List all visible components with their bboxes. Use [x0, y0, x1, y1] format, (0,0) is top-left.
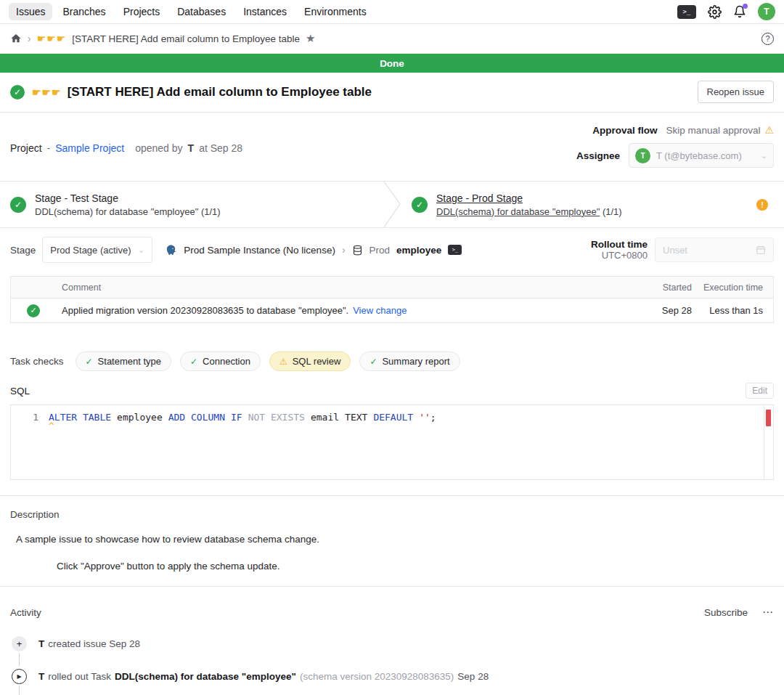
nav-tab-issues[interactable]: Issues	[9, 3, 52, 20]
notification-dot	[743, 4, 748, 9]
sql-code-line: 1 ALTER TABLEemployeeADD COLUMNIFNOT EXI…	[11, 405, 773, 423]
settings-gear-icon[interactable]	[708, 5, 722, 19]
check-warning-icon: ⚠	[279, 357, 287, 367]
db-environment: Prod	[369, 245, 391, 256]
meta-right: Approval flow Skip manual approval ⚠ Ass…	[576, 124, 774, 168]
db-name[interactable]: employee	[396, 245, 441, 256]
opened-date: at Sep 28	[199, 142, 242, 154]
notifications-bell-icon[interactable]	[733, 5, 746, 18]
stage-card-test[interactable]: ✓ Stage - Test Stage DDL(schema) for dat…	[0, 182, 383, 227]
calendar-icon	[756, 245, 766, 255]
project-line: Project - Sample Project opened by T at …	[10, 124, 242, 168]
top-nav: Issues Branches Projects Databases Insta…	[0, 0, 784, 24]
postgres-icon	[165, 244, 177, 256]
star-icon[interactable]: ★	[306, 32, 315, 45]
check-badge-statement-type[interactable]: ✓ Statement type	[75, 351, 172, 371]
project-label: Project	[10, 142, 42, 154]
activity-actor: T	[38, 638, 44, 649]
activity-section: Activity Subscribe ⋯ + T created issue S…	[0, 587, 784, 695]
description-section: Description A sample issue to showcase h…	[0, 496, 784, 572]
editor-scrollbar[interactable]	[764, 405, 773, 479]
assignee-avatar: T	[635, 148, 650, 163]
stage-card-prod[interactable]: ✓ Stage - Prod Stage DDL(schema) for dat…	[401, 182, 784, 227]
nav-tab-projects[interactable]: Projects	[116, 3, 168, 20]
description-line: Click "Approve" button to apply the sche…	[57, 561, 774, 572]
assignee-select[interactable]: T T (t@bytebase.com) ⌄	[629, 143, 774, 168]
rollout-time-input[interactable]	[663, 245, 756, 256]
activity-title: Activity	[10, 607, 41, 618]
stage-subtitle: DDL(schema) for database "employee" (1/1…	[35, 206, 221, 217]
help-icon[interactable]: ?	[761, 33, 774, 45]
task-execution-time: Less than 1s	[692, 305, 773, 316]
project-link[interactable]: Sample Project	[55, 142, 124, 154]
sql-warning-caret: ^	[49, 423, 773, 430]
task-comment: Applied migration version 20230928083635…	[62, 305, 634, 316]
sql-editor-icon[interactable]: >_	[677, 5, 696, 19]
pointer-emojis: ☛☛☛	[37, 33, 67, 44]
chevron-right-icon: ›	[28, 33, 31, 44]
stage-title[interactable]: Stage - Prod Stage	[436, 192, 622, 204]
activity-date: Sep 28	[457, 671, 489, 682]
task-checks-label: Task checks	[10, 356, 64, 367]
issue-header: ✓ ☛☛☛ [START HERE] Add email column to E…	[0, 73, 784, 113]
stage-select[interactable]: Prod Stage (active) ⌄	[42, 237, 152, 263]
breadcrumb: › ☛☛☛ [START HERE] Add email column to E…	[0, 24, 784, 54]
reopen-issue-button[interactable]: Reopen issue	[698, 81, 775, 103]
activity-actor: T	[38, 671, 44, 682]
nav-tab-databases[interactable]: Databases	[170, 3, 233, 20]
activity-item-rollout: ▶ T rolled out Task DDL(schema) for data…	[10, 669, 774, 684]
activity-meta: (schema version 20230928083635)	[300, 671, 454, 682]
col-comment: Comment	[62, 283, 634, 293]
approval-flow-row: Approval flow Skip manual approval ⚠	[576, 124, 774, 136]
issue-title: ☛☛☛ [START HERE] Add email column to Emp…	[32, 85, 372, 99]
avatar[interactable]: T	[758, 3, 775, 20]
subscribe-button[interactable]: Subscribe	[704, 607, 748, 618]
stage-bar: Stage Prod Stage (active) ⌄ Prod Sample …	[0, 228, 784, 272]
nav-tab-instances[interactable]: Instances	[236, 3, 294, 20]
check-success-icon: ✓	[86, 357, 93, 367]
assignee-row: Assignee T T (t@bytebase.com) ⌄	[576, 143, 774, 168]
issue-done-check-icon: ✓	[10, 85, 25, 99]
sql-label: SQL	[10, 386, 30, 397]
database-icon	[352, 245, 363, 256]
nav-tab-branches[interactable]: Branches	[55, 3, 113, 20]
status-banner: Done	[0, 54, 784, 73]
open-sql-editor-icon[interactable]: >_	[448, 245, 462, 255]
stage-card-body: Stage - Test Stage DDL(schema) for datab…	[35, 192, 221, 217]
approval-flow-value: Skip manual approval ⚠	[666, 124, 774, 136]
opened-by-label: opened by	[135, 142, 182, 154]
rollout-time-input-wrap	[655, 237, 774, 262]
stage-strip: ✓ Stage - Test Stage DDL(schema) for dat…	[0, 181, 784, 228]
stage-bar-left: Stage Prod Stage (active) ⌄ Prod Sample …	[10, 237, 462, 263]
nav-tab-environments[interactable]: Environments	[297, 3, 374, 20]
check-badge-sql-review[interactable]: ⚠ SQL review	[269, 351, 351, 371]
view-change-link[interactable]: View change	[353, 305, 407, 316]
more-options-icon[interactable]: ⋯	[762, 606, 774, 619]
pointer-emojis: ☛☛☛	[32, 86, 62, 98]
task-success-check-icon: ✓	[27, 304, 40, 317]
check-badge-connection[interactable]: ✓ Connection	[180, 351, 261, 371]
table-header: Comment Started Execution time	[11, 277, 773, 298]
stage-check-icon: ✓	[412, 197, 428, 213]
stage-select-label: Stage	[10, 245, 36, 256]
sql-edit-button[interactable]: Edit	[746, 383, 774, 399]
col-execution-time: Execution time	[692, 283, 773, 293]
nav-right: >_ T	[677, 3, 775, 20]
assignee-value: T (t@bytebase.com)	[656, 150, 755, 161]
check-success-icon: ✓	[190, 357, 197, 367]
rollout-time-group: Rollout time UTC+0800	[591, 237, 774, 262]
check-badge-summary-report[interactable]: ✓ Summary report	[359, 351, 460, 371]
table-row: ✓ Applied migration version 202309280836…	[11, 298, 773, 322]
assignee-label: Assignee	[576, 150, 620, 161]
chevron-down-icon: ⌄	[138, 245, 144, 255]
col-started: Started	[634, 283, 692, 293]
rollout-time-label: Rollout time UTC+0800	[591, 239, 648, 261]
opener-name: T	[188, 142, 195, 154]
activity-item-created: + T created issue Sep 28	[10, 636, 774, 651]
breadcrumb-issue-title[interactable]: [START HERE] Add email column to Employe…	[72, 33, 300, 44]
stage-subtitle[interactable]: DDL(schema) for database "employee" (1/1…	[436, 206, 622, 217]
home-icon[interactable]	[10, 33, 22, 44]
play-icon: ▶	[12, 669, 27, 684]
stage-check-icon: ✓	[10, 197, 26, 213]
sql-editor[interactable]: 1 ALTER TABLEemployeeADD COLUMNIFNOT EXI…	[10, 405, 774, 480]
